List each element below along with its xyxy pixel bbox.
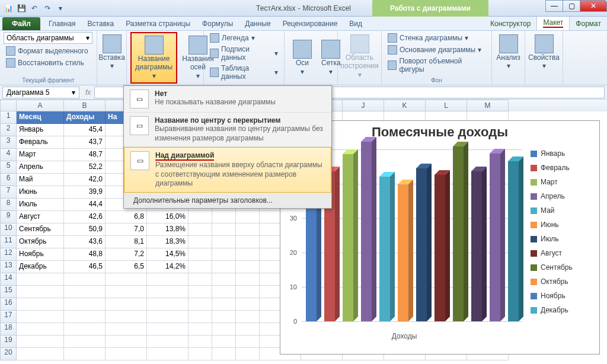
chart-wall-button[interactable]: Стенка диаграммы ▾: [385, 32, 488, 44]
cell[interactable]: Декабрь: [17, 261, 64, 273]
cell[interactable]: 14,5%: [147, 248, 189, 261]
row-header[interactable]: 12: [0, 248, 17, 261]
select-all-corner[interactable]: [0, 100, 17, 111]
cell[interactable]: [236, 336, 260, 348]
cell[interactable]: [212, 286, 236, 298]
row-header[interactable]: 5: [0, 161, 17, 174]
cell[interactable]: [212, 323, 236, 336]
row-header[interactable]: 8: [0, 199, 17, 211]
cell[interactable]: [106, 286, 147, 298]
cell[interactable]: [147, 298, 189, 311]
bar[interactable]: [471, 171, 482, 321]
cell[interactable]: [189, 298, 212, 311]
cell[interactable]: 52,2: [64, 161, 106, 174]
cell[interactable]: [64, 336, 106, 348]
legend-item[interactable]: Август: [531, 249, 597, 257]
cell[interactable]: [236, 348, 260, 360]
analysis-button[interactable]: Анализ▾: [496, 32, 521, 73]
tab-design[interactable]: Конструктор: [484, 17, 536, 30]
cell[interactable]: [189, 248, 212, 261]
tab-home[interactable]: Главная: [43, 17, 82, 30]
data-table-button[interactable]: Таблица данных ▾: [207, 63, 280, 82]
row-header[interactable]: 17: [0, 311, 17, 323]
data-labels-button[interactable]: Подписи данных ▾: [207, 44, 280, 63]
bar[interactable]: [508, 161, 519, 321]
cell[interactable]: 43,7: [64, 136, 106, 149]
legend-item[interactable]: Апрель: [531, 192, 597, 200]
cell[interactable]: [106, 311, 147, 323]
bar[interactable]: [490, 154, 500, 321]
cell[interactable]: Февраль: [17, 136, 64, 149]
cell[interactable]: [17, 311, 64, 323]
cell[interactable]: 18,3%: [147, 236, 189, 248]
cell[interactable]: [212, 336, 236, 348]
format-selection-button[interactable]: Формат выделенного: [4, 45, 93, 57]
cell[interactable]: [106, 323, 147, 336]
cell[interactable]: [106, 336, 147, 348]
chart-element-selector[interactable]: Область диаграммы▾: [4, 32, 92, 44]
cell[interactable]: 42,6: [64, 211, 106, 223]
legend-item[interactable]: Февраль: [531, 164, 597, 172]
chart-title-button[interactable]: Название диаграммы▾: [130, 32, 177, 84]
cell[interactable]: [189, 236, 212, 248]
cell[interactable]: Январь: [17, 124, 64, 136]
cell[interactable]: [17, 323, 64, 336]
cell[interactable]: 7,2: [106, 248, 147, 261]
row-header[interactable]: 3: [0, 136, 17, 149]
cell[interactable]: Доходы: [64, 111, 106, 124]
cell[interactable]: 6,5: [106, 261, 147, 273]
row-header[interactable]: 20: [0, 348, 17, 360]
cell[interactable]: [212, 261, 236, 273]
tab-view[interactable]: Вид: [343, 17, 368, 30]
cell[interactable]: Ноябрь: [17, 248, 64, 261]
row-header[interactable]: 6: [0, 174, 17, 186]
file-tab[interactable]: Файл: [2, 17, 40, 30]
cell[interactable]: [64, 273, 106, 286]
bar[interactable]: [453, 146, 464, 321]
cell[interactable]: [236, 236, 260, 248]
legend-item[interactable]: Декабрь: [531, 306, 597, 314]
cell[interactable]: [147, 311, 189, 323]
cell[interactable]: [189, 348, 212, 360]
cell[interactable]: [106, 273, 147, 286]
legend-item[interactable]: Январь: [531, 149, 597, 158]
legend-item[interactable]: Май: [531, 206, 597, 215]
cell[interactable]: [17, 286, 64, 298]
column-header[interactable]: M: [467, 100, 509, 111]
cell[interactable]: [212, 348, 236, 360]
column-header[interactable]: K: [384, 100, 426, 111]
legend-item[interactable]: Сентябрь: [531, 263, 597, 272]
row-header[interactable]: 15: [0, 286, 17, 298]
dropdown-option-above-chart[interactable]: ▭ Над диаграммойРазмещение названия ввер…: [124, 147, 331, 193]
legend-button[interactable]: Легенда ▾: [207, 32, 280, 44]
tab-format[interactable]: Формат: [570, 17, 607, 30]
cell[interactable]: Май: [17, 174, 64, 186]
cell[interactable]: [17, 336, 64, 348]
cell[interactable]: [236, 273, 260, 286]
cell[interactable]: 50,9: [64, 223, 106, 236]
bar[interactable]: [361, 142, 372, 321]
cell[interactable]: [189, 286, 212, 298]
cell[interactable]: [189, 273, 212, 286]
cell[interactable]: Месяц: [17, 111, 64, 124]
row-header[interactable]: 13: [0, 261, 17, 273]
redo-icon[interactable]: ↷: [41, 2, 53, 14]
cell[interactable]: Август: [17, 211, 64, 223]
bar[interactable]: [343, 154, 353, 321]
cell[interactable]: [147, 348, 189, 360]
cell[interactable]: Октябрь: [17, 236, 64, 248]
cell[interactable]: 7,0: [106, 223, 147, 236]
row-header[interactable]: 7: [0, 186, 17, 199]
bar[interactable]: [416, 168, 427, 321]
properties-button[interactable]: Свойства▾: [529, 32, 559, 73]
legend-item[interactable]: Март: [531, 178, 597, 186]
cell[interactable]: 44,4: [64, 199, 106, 211]
tab-insert[interactable]: Вставка: [82, 17, 120, 30]
tab-layout[interactable]: Макет: [536, 15, 570, 30]
cell[interactable]: Сентябрь: [17, 223, 64, 236]
column-header[interactable]: J: [343, 100, 384, 111]
cell[interactable]: [212, 223, 236, 236]
cell[interactable]: Июль: [17, 199, 64, 211]
cell[interactable]: [17, 273, 64, 286]
cell[interactable]: [236, 286, 260, 298]
